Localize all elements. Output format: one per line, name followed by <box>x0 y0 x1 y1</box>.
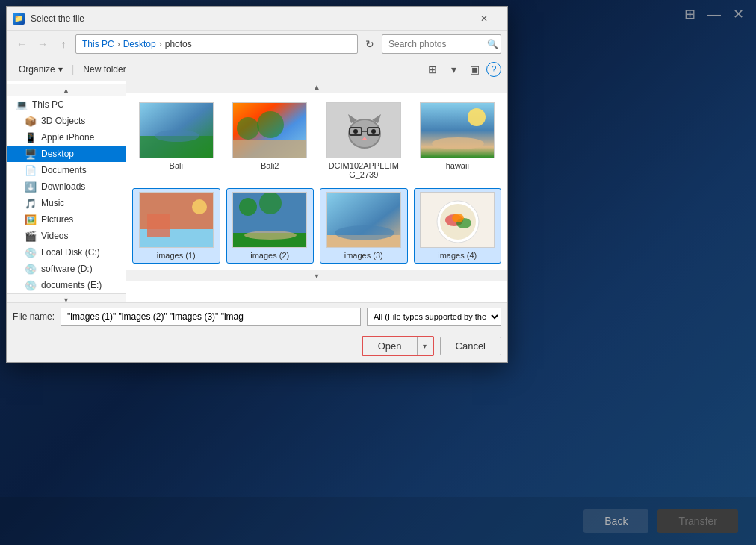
nav-forward-button[interactable]: → <box>34 35 52 53</box>
file-item-dcim[interactable]: DCIM102APPLEIMG_2739 <box>320 99 408 182</box>
dialog-app-icon: 📁 <box>13 13 25 25</box>
toolbar-right: ⊞ ▾ ▣ ? <box>424 60 501 78</box>
sidebar-item-label: Local Disk (C:) <box>41 247 100 258</box>
file-item-hawaii[interactable]: hawaii <box>414 99 502 182</box>
sidebar-item-local-disk[interactable]: 💿 Local Disk (C:) <box>7 244 126 261</box>
titlebar-controls: — ✕ <box>430 11 501 26</box>
svg-point-32 <box>335 225 394 240</box>
breadcrumb-desktop[interactable]: Desktop <box>123 39 156 49</box>
downloads-icon: ⬇️ <box>25 181 37 193</box>
desktop-icon: 🖥️ <box>25 148 37 160</box>
file-label-images3: images (3) <box>344 251 383 260</box>
refresh-button[interactable]: ↻ <box>361 35 379 53</box>
file-label-bali2: Bali2 <box>261 161 279 170</box>
filetype-select[interactable]: All (File types supported by the Images … <box>367 308 501 326</box>
search-wrapper: 🔍 <box>382 34 501 54</box>
filename-input[interactable] <box>61 308 361 326</box>
sidebar-item-pictures[interactable]: 🖼️ Pictures <box>7 211 126 228</box>
dialog-minimize-button[interactable]: — <box>430 11 464 26</box>
details-pane-button[interactable]: ▣ <box>465 60 483 78</box>
search-input[interactable] <box>382 34 501 54</box>
file-grid-area: ▲ <box>126 81 507 302</box>
file-item-images1[interactable]: images (1) <box>132 188 220 264</box>
this-pc-icon: 💻 <box>16 99 28 110</box>
sidebar-item-label: This PC <box>32 99 64 110</box>
sidebar-item-music[interactable]: 🎵 Music <box>7 195 126 211</box>
action-bar: Open ▾ Cancel <box>7 330 507 362</box>
organize-chevron-icon: ▾ <box>58 64 63 75</box>
dialog-titlebar: 📁 Select the file — ✕ <box>7 7 507 31</box>
open-dropdown-button[interactable]: ▾ <box>418 337 433 355</box>
file-item-images4[interactable]: images (4) <box>414 188 502 264</box>
file-label-images1: images (1) <box>157 251 196 260</box>
file-item-images2[interactable]: images (2) <box>226 188 315 264</box>
svg-point-20 <box>468 108 486 126</box>
nav-up-button[interactable]: ↑ <box>55 35 72 53</box>
sidebar-item-this-pc[interactable]: 💻 This PC <box>7 96 126 113</box>
svg-point-15 <box>353 129 358 134</box>
file-label-hawaii: hawaii <box>446 161 469 170</box>
3d-objects-icon: 📦 <box>25 115 37 127</box>
dialog-close-button[interactable]: ✕ <box>467 11 501 26</box>
sidebar-item-label: 3D Objects <box>41 116 85 126</box>
svg-rect-23 <box>147 214 170 237</box>
sidebar-item-3d-objects[interactable]: 📦 3D Objects <box>7 113 126 129</box>
pictures-icon: 🖼️ <box>25 214 37 225</box>
new-folder-button[interactable]: New folder <box>77 63 131 76</box>
grid-scroll-down[interactable]: ▼ <box>126 270 507 281</box>
file-label-images2: images (2) <box>250 251 289 260</box>
svg-point-29 <box>244 231 297 240</box>
file-item-images3[interactable]: images (3) <box>320 188 408 264</box>
file-item-bali[interactable]: Bali <box>132 99 220 182</box>
file-thumb-hawaii <box>420 102 495 158</box>
breadcrumb-photos: photos <box>165 39 192 49</box>
nav-back-button[interactable]: ← <box>13 35 31 53</box>
file-thumb-images1 <box>139 192 214 248</box>
svg-point-2 <box>155 130 199 142</box>
file-thumb-images4 <box>420 192 495 248</box>
view-dropdown-button[interactable]: ▾ <box>444 60 462 78</box>
sidebar-item-label: Videos <box>41 231 68 241</box>
sidebar-item-documents[interactable]: 📄 Documents <box>7 162 126 178</box>
sidebar-scroll-down[interactable]: ▼ <box>7 293 126 302</box>
svg-point-19 <box>432 137 484 149</box>
open-button-group: Open ▾ <box>362 336 434 356</box>
toolbar-divider: | <box>72 63 75 75</box>
file-item-bali2[interactable]: Bali2 <box>226 99 315 182</box>
svg-point-28 <box>259 192 282 214</box>
file-thumb-bali2 <box>232 102 307 158</box>
file-thumb-images2 <box>232 192 307 248</box>
sidebar-item-downloads[interactable]: ⬇️ Downloads <box>7 178 126 195</box>
cancel-button[interactable]: Cancel <box>440 337 501 355</box>
toolbar-left: Organize ▾ | New folder <box>13 63 132 76</box>
organize-button[interactable]: Organize ▾ <box>13 63 69 76</box>
sidebar-item-apple-iphone[interactable]: 📱 Apple iPhone <box>7 129 126 146</box>
sidebar-item-desktop[interactable]: 🖥️ Desktop <box>7 146 126 162</box>
sidebar-item-videos[interactable]: 🎬 Videos <box>7 228 126 244</box>
documents-icon: 📄 <box>25 164 37 176</box>
dialog-title-left: 📁 Select the file <box>13 13 84 25</box>
dialog-title-text: Select the file <box>31 13 84 24</box>
breadcrumb-this-pc[interactable]: This PC <box>82 39 114 49</box>
file-grid: Bali <box>126 93 507 270</box>
file-thumb-images3 <box>326 192 401 248</box>
sidebar-item-label: Music <box>41 198 64 208</box>
dialog-content: ▲ 💻 This PC 📦 3D Objects 📱 Apple iPhone … <box>7 81 507 302</box>
sidebar-item-label: Pictures <box>41 214 73 225</box>
file-label-images4: images (4) <box>438 251 477 260</box>
sidebar-item-software-d[interactable]: 💿 software (D:) <box>7 261 126 277</box>
open-dropdown-chevron-icon: ▾ <box>423 342 427 350</box>
search-icon: 🔍 <box>487 39 498 49</box>
help-button[interactable]: ? <box>486 62 501 77</box>
view-toggle-button[interactable]: ⊞ <box>424 60 441 78</box>
breadcrumb-bar: This PC › Desktop › photos <box>75 34 358 54</box>
apple-iphone-icon: 📱 <box>25 131 37 143</box>
nav-bar: ← → ↑ This PC › Desktop › photos ↻ 🔍 <box>7 31 507 57</box>
software-d-icon: 💿 <box>25 263 37 275</box>
open-button[interactable]: Open <box>363 337 418 355</box>
filename-label: File name: <box>13 311 55 322</box>
sidebar-scroll-up[interactable]: ▲ <box>7 84 126 96</box>
grid-scroll-up[interactable]: ▲ <box>126 81 507 93</box>
sidebar-item-documents-e[interactable]: 💿 documents (E:) <box>7 277 126 293</box>
svg-point-11 <box>350 120 379 147</box>
